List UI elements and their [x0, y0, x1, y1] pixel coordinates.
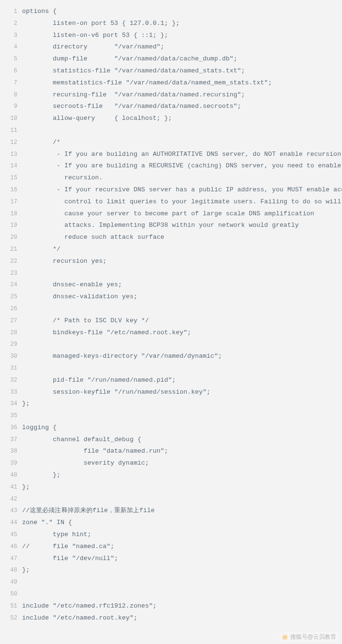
code-line: 17 control to limit queries to your legi…: [0, 196, 342, 208]
code-line: 30 managed-keys-directory "/var/named/dy…: [0, 351, 342, 363]
line-number: 7: [0, 77, 22, 89]
line-number: 3: [0, 30, 22, 42]
code-text: */: [22, 244, 60, 256]
code-line: 13 - If you are building an AUTHORITATIV…: [0, 149, 342, 161]
code-line: 46// file "named.ca";: [0, 541, 342, 553]
code-line: 31: [0, 363, 342, 375]
code-text: allow-query { localhost; };: [22, 113, 172, 125]
code-line: 32 pid-file "/run/named/named.pid";: [0, 375, 342, 386]
code-line: 48};: [0, 564, 342, 576]
line-number: 51: [0, 600, 22, 612]
code-line: 45 type hint;: [0, 529, 342, 541]
code-line: 43//这里必须注释掉原来的file，重新加上file: [0, 505, 342, 517]
code-text: listen-on-v6 port 53 { ::1; };: [22, 30, 168, 42]
line-number: 46: [0, 541, 22, 553]
code-line: 40 };: [0, 469, 342, 481]
code-text: bindkeys-file "/etc/named.root.key";: [22, 327, 191, 339]
code-text: attacks. Implementing BCP38 within your …: [22, 220, 299, 232]
line-number: 9: [0, 101, 22, 113]
code-text: secroots-file "/var/named/data/named.sec…: [22, 101, 241, 113]
line-number: 20: [0, 232, 22, 244]
code-line: 24 dnssec-enable yes;: [0, 279, 342, 291]
line-number: 23: [0, 268, 22, 280]
line-number: 8: [0, 89, 22, 101]
code-text: };: [22, 481, 30, 493]
code-line: 34};: [0, 398, 342, 410]
line-number: 37: [0, 434, 22, 446]
code-text: reduce such attack surface: [22, 232, 165, 244]
line-number: 33: [0, 386, 22, 398]
line-number: 43: [0, 505, 22, 517]
code-line: 28 bindkeys-file "/etc/named.root.key";: [0, 327, 342, 339]
code-text: dnssec-enable yes;: [22, 279, 122, 291]
code-text: /* Path to ISC DLV key */: [22, 315, 149, 327]
line-number: 44: [0, 517, 22, 529]
line-number: 30: [0, 351, 22, 363]
code-line: 26: [0, 303, 342, 315]
code-line: 5 dump-file "/var/named/data/cache_dump.…: [0, 53, 342, 65]
line-number: 35: [0, 410, 22, 422]
line-number: 27: [0, 315, 22, 327]
code-line: 11: [0, 125, 342, 137]
code-line: 6 statistics-file "/var/named/data/named…: [0, 65, 342, 77]
code-text: - If your recursive DNS server has a pub…: [22, 184, 342, 196]
line-number: 25: [0, 291, 22, 303]
code-text: //这里必须注释掉原来的file，重新加上file: [22, 505, 155, 517]
line-number: 40: [0, 469, 22, 481]
code-line: 12 /*: [0, 137, 342, 149]
code-line: 38 file "data/named.run";: [0, 445, 342, 457]
code-text: options {: [22, 6, 57, 18]
code-line: 51include "/etc/named.rfc1912.zones";: [0, 600, 342, 612]
code-line: 29: [0, 339, 342, 351]
code-line: 52include "/etc/named.root.key";: [0, 612, 342, 624]
code-text: };: [22, 564, 30, 576]
code-text: include "/etc/named.rfc1912.zones";: [22, 600, 156, 612]
code-text: file "data/named.run";: [22, 445, 168, 457]
line-number: 47: [0, 553, 22, 565]
code-text: /*: [22, 137, 60, 149]
code-text: };: [22, 469, 60, 481]
code-text: managed-keys-directory "/var/named/dynam…: [22, 351, 222, 363]
line-number: 32: [0, 375, 22, 386]
code-line: 27 /* Path to ISC DLV key */: [0, 315, 342, 327]
line-number: 15: [0, 172, 22, 184]
code-text: recursion yes;: [22, 256, 106, 268]
code-line: 36logging {: [0, 422, 342, 434]
line-number: 10: [0, 113, 22, 125]
code-line: 44zone "." IN {: [0, 517, 342, 529]
code-line: 15 recursion.: [0, 172, 342, 184]
code-text: - If you are building a RECURSIVE (cachi…: [22, 160, 341, 172]
code-text: severity dynamic;: [22, 457, 149, 469]
code-text: include "/etc/named.root.key";: [22, 612, 137, 624]
code-text: dnssec-validation yes;: [22, 291, 137, 303]
code-text: - If you are building an AUTHORITATIVE D…: [22, 149, 342, 161]
line-number: 31: [0, 363, 22, 375]
line-number: 29: [0, 339, 22, 351]
code-line: 37 channel default_debug {: [0, 434, 342, 446]
code-text: // file "named.ca";: [22, 541, 114, 553]
line-number: 45: [0, 529, 22, 541]
code-line: 9 secroots-file "/var/named/data/named.s…: [0, 101, 342, 113]
code-line: 35: [0, 410, 342, 422]
line-number: 52: [0, 612, 22, 624]
code-text: memstatistics-file "/var/named/data/name…: [22, 77, 272, 89]
line-number: 22: [0, 256, 22, 268]
line-number: 4: [0, 41, 22, 53]
line-number: 41: [0, 481, 22, 493]
line-number: 12: [0, 137, 22, 149]
line-number: 24: [0, 279, 22, 291]
code-line: 22 recursion yes;: [0, 256, 342, 268]
line-number: 49: [0, 576, 22, 588]
line-number: 36: [0, 422, 22, 434]
code-text: type hint;: [22, 529, 91, 541]
code-text: zone "." IN {: [22, 517, 72, 529]
line-number: 48: [0, 564, 22, 576]
line-number: 50: [0, 588, 22, 600]
code-text: };: [22, 398, 30, 410]
code-text: logging {: [22, 422, 57, 434]
code-line: 21 */: [0, 244, 342, 256]
code-text: session-keyfile "/run/named/session.key"…: [22, 386, 211, 398]
code-text: dump-file "/var/named/data/cache_dump.db…: [22, 53, 237, 65]
sohu-icon: [282, 634, 288, 641]
line-number: 28: [0, 327, 22, 339]
